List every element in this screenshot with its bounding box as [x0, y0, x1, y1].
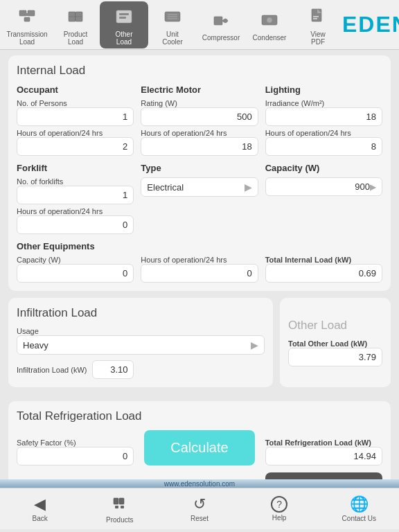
other-capacity-label: Capacity (W): [17, 256, 134, 264]
type-label: Type: [141, 163, 258, 173]
condenser-icon: [257, 8, 282, 33]
unit-cooler-icon: [160, 4, 185, 29]
infiltration-load-label: Infiltration Load (kW): [17, 366, 87, 374]
other-hours-group: Hours of operation/24 hrs: [141, 256, 258, 283]
electric-motor-label: Electric Motor: [141, 85, 258, 95]
svg-rect-19: [313, 18, 317, 19]
internal-load-section: Internal Load Occupant No. of Persons Ho…: [8, 55, 391, 291]
irradiance-label: Irradiance (W/m²): [265, 99, 382, 107]
bottom-nav-products[interactable]: Products: [99, 495, 141, 524]
nav-compressor-label: Compressor: [202, 34, 240, 42]
nav-product-load[interactable]: ProductLoad: [51, 1, 100, 48]
svg-rect-9: [119, 17, 126, 19]
safety-factor-input[interactable]: [17, 447, 134, 466]
nav-transmission-load[interactable]: TransmissionLoad: [3, 1, 51, 48]
lighting-hours-input[interactable]: [265, 137, 382, 156]
bottom-nav-back[interactable]: ◀ Back: [19, 495, 61, 522]
nav-unit-cooler-label: UnitCooler: [162, 30, 182, 46]
eden-logo-text: EDEN®: [342, 12, 399, 37]
help-icon: ?: [271, 496, 287, 513]
nav-unit-cooler[interactable]: UnitCooler: [148, 1, 197, 48]
bottom-nav-reset[interactable]: ↺ Reset: [179, 495, 220, 522]
motor-hours-input[interactable]: [141, 137, 258, 156]
occupant-hours-label: Hours of operation/24 hrs: [17, 129, 134, 137]
other-load-section: Other Load Total Other Load (kW) 3.79: [280, 298, 391, 387]
occupant-hours-input[interactable]: [17, 137, 134, 156]
nav-other-load[interactable]: OtherLoad: [100, 1, 148, 48]
capacity-input-wrap[interactable]: 900 ▶: [265, 177, 382, 196]
nav-items: TransmissionLoad ProductLoad OtherLo: [3, 1, 342, 48]
svg-rect-8: [119, 13, 129, 15]
nav-compressor[interactable]: Compressor: [197, 5, 245, 44]
products-label: Products: [106, 516, 133, 524]
other-hours-input[interactable]: [141, 264, 258, 283]
no-persons-input[interactable]: [17, 107, 134, 126]
capacity-group: Capacity (W) 900 ▶: [265, 163, 382, 234]
next-button-group: Next: [265, 472, 382, 479]
reset-label: Reset: [190, 515, 209, 522]
forklift-hours-label: Hours of operation/24 hrs: [17, 207, 134, 215]
next-button[interactable]: Next: [265, 472, 382, 479]
usage-select-wrap[interactable]: Heavy Medium Light ▶: [17, 335, 265, 355]
irradiance-input[interactable]: [265, 107, 382, 126]
no-forklifts-label: No. of forklifts: [17, 177, 134, 186]
capacity-arrow: ▶: [370, 182, 376, 192]
svg-rect-2: [24, 13, 30, 16]
other-load-total-label: Total Other Load (kW): [288, 339, 382, 348]
total-internal-label: Total Internal Load (kW): [265, 256, 382, 264]
usage-label: Usage: [17, 327, 265, 335]
total-internal-value: 0.69: [265, 264, 382, 283]
back-icon: ◀: [34, 495, 46, 513]
nav-condenser-label: Condenser: [253, 34, 287, 42]
svg-rect-3: [24, 17, 30, 21]
bottom-nav-help[interactable]: ? Help: [258, 496, 300, 522]
nav-condenser[interactable]: Condenser: [245, 5, 294, 44]
contact-icon: 🌐: [350, 495, 369, 513]
lighting-hours-label: Hours of operation/24 hrs: [265, 129, 382, 137]
occupant-label: Occupant: [17, 85, 134, 95]
type-select-wrap[interactable]: Electrical Gas Manual ▶: [141, 177, 258, 197]
bottom-navigation: ◀ Back Products ↺ Reset ? Help 🌐 Contact…: [0, 488, 399, 529]
compressor-icon: [209, 8, 233, 33]
nav-view-pdf[interactable]: ViewPDF: [294, 1, 342, 48]
motor-rating-label: Rating (W): [141, 99, 258, 107]
contact-label: Contact Us: [342, 515, 376, 522]
nav-other-load-label: OtherLoad: [115, 30, 132, 46]
type-select[interactable]: Electrical Gas Manual: [147, 182, 244, 193]
electric-motor-group: Electric Motor Rating (W) Hours of opera…: [141, 85, 258, 156]
other-equipments-group: Other Equipments Capacity (W) Hours of o…: [17, 241, 382, 283]
product-load-icon: [63, 4, 88, 29]
occupant-group: Occupant No. of Persons Hours of operati…: [17, 85, 134, 156]
motor-rating-input[interactable]: [141, 107, 258, 126]
no-persons-label: No. of Persons: [17, 99, 134, 107]
back-label: Back: [32, 515, 47, 522]
website-bar: www.edensolution.com: [0, 479, 399, 488]
bottom-nav-contact[interactable]: 🌐 Contact Us: [338, 495, 380, 522]
usage-select[interactable]: Heavy Medium Light: [23, 340, 251, 351]
svg-rect-21: [119, 498, 124, 504]
capacity-value: 900: [272, 181, 370, 192]
other-capacity-input[interactable]: [17, 264, 134, 283]
other-load-icon: [112, 4, 136, 29]
svg-rect-17: [312, 9, 321, 21]
svg-rect-14: [214, 17, 222, 25]
eden-logo: EDEN®: [342, 12, 399, 37]
reset-icon: ↺: [193, 495, 206, 513]
motor-hours-label: Hours of operation/24 hrs: [141, 129, 258, 137]
calculate-button[interactable]: Calculate: [144, 430, 255, 466]
internal-load-title: Internal Load: [17, 64, 382, 78]
forklift-hours-input[interactable]: [17, 215, 134, 234]
total-refrig-value: 14.94: [265, 447, 382, 466]
no-forklifts-input[interactable]: [17, 186, 134, 204]
infiltration-load-section: Infiltration Load Usage Heavy Medium Lig…: [8, 298, 273, 387]
total-refrig-label: Total Refrigeration Load (kW): [265, 438, 382, 447]
nav-view-pdf-label: ViewPDF: [310, 30, 326, 46]
other-capacity-group: Capacity (W): [17, 256, 134, 283]
svg-rect-23: [121, 506, 124, 508]
svg-rect-20: [114, 498, 118, 504]
top-navigation: TransmissionLoad ProductLoad OtherLo: [0, 0, 399, 50]
total-refrigeration-title: Total Refrigeration Load: [17, 409, 382, 423]
safety-factor-group: Safety Factor (%): [17, 438, 134, 466]
products-icon: [112, 495, 128, 515]
help-label: Help: [272, 514, 287, 522]
